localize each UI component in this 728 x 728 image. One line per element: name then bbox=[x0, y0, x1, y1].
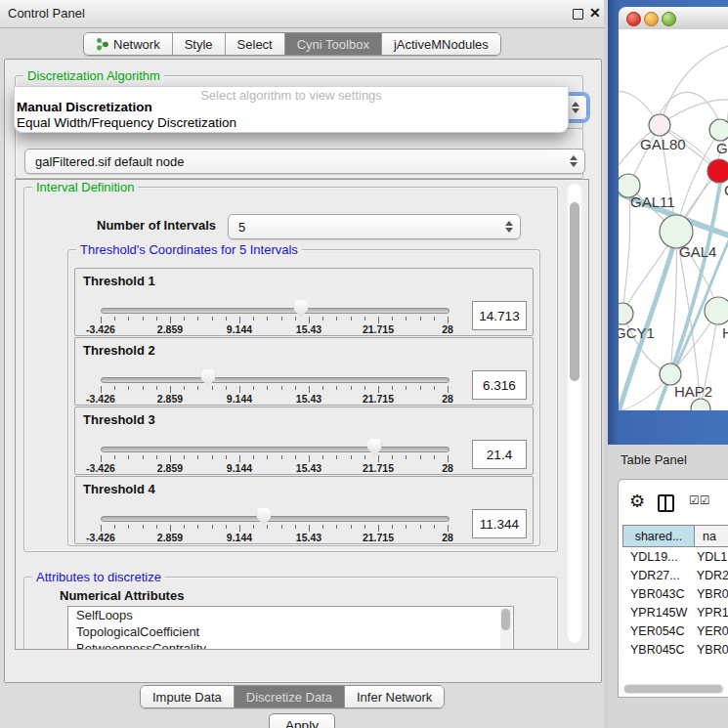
attribute-list-item[interactable]: TopologicalCoefficient bbox=[68, 623, 513, 640]
node-label: GAL4 bbox=[679, 243, 716, 260]
node-label: GAL80 bbox=[640, 136, 686, 152]
table-panel-title: Table Panel bbox=[621, 452, 687, 467]
network-node-node-right[interactable] bbox=[705, 297, 728, 324]
cell-shared-name[interactable]: YPR145W bbox=[622, 606, 694, 620]
combo-stepper-icon bbox=[572, 102, 579, 113]
window-title: Control Panel bbox=[8, 6, 85, 21]
table-row[interactable]: YBL079WYBL0 bbox=[622, 659, 728, 662]
tab-jactivemnodules[interactable]: jActiveMNodules bbox=[382, 33, 500, 55]
column-split-icon[interactable] bbox=[658, 494, 674, 512]
table-row[interactable]: YBR043CYBR0 bbox=[622, 584, 728, 603]
slider-track[interactable] bbox=[101, 516, 450, 522]
numerical-attributes-list[interactable]: SelfLoopsTopologicalCoefficientBetweenne… bbox=[67, 606, 514, 650]
tab-style[interactable]: Style bbox=[173, 33, 226, 55]
scrollbar-thumb[interactable] bbox=[570, 202, 579, 381]
network-window-titlebar[interactable] bbox=[619, 7, 728, 30]
num-intervals-combobox[interactable]: 5 bbox=[228, 214, 521, 239]
minimize-traffic-light-icon[interactable] bbox=[644, 12, 659, 26]
attribute-list-item[interactable]: SelfLoops bbox=[68, 607, 513, 623]
num-intervals-label: Number of Intervals bbox=[97, 218, 216, 233]
attributes-group: Attributes to discretize Numerical Attri… bbox=[23, 577, 558, 650]
group-label: Threshold's Coordinates for 5 Intervals bbox=[76, 242, 302, 257]
slider-track[interactable] bbox=[101, 377, 450, 383]
cyni-toolbox-panel: Discretization Algorithm Table Data galF… bbox=[4, 59, 602, 683]
column-header-name[interactable]: na bbox=[695, 526, 728, 546]
dropdown-item-manual-discretization[interactable]: Manual Discretization bbox=[17, 100, 152, 114]
cell-name[interactable]: YER0 bbox=[694, 624, 728, 638]
threshold-name: Threshold 4 bbox=[83, 482, 155, 496]
threshold-value-field[interactable]: 6.316 bbox=[472, 370, 527, 400]
threshold-value-field[interactable]: 11.344 bbox=[472, 509, 527, 538]
attribute-list-item[interactable]: BetweennessCentrality bbox=[68, 640, 513, 650]
cell-name[interactable]: YBR0 bbox=[694, 643, 728, 657]
tab-discretize-data[interactable]: Discretize Data bbox=[235, 686, 345, 707]
group-label: Discretization Algorithm bbox=[23, 68, 164, 83]
network-node-node-bottom[interactable] bbox=[691, 399, 710, 410]
threshold-row: Threshold 2-3.4262.8599.14415.4321.71528… bbox=[74, 337, 534, 406]
network-node-node-red[interactable] bbox=[707, 159, 728, 183]
slider-thumb[interactable] bbox=[293, 300, 308, 318]
combo-stepper-icon bbox=[570, 155, 578, 167]
table-row[interactable]: YDR27...YDR2 bbox=[622, 566, 728, 584]
control-panel-titlebar[interactable]: Control Panel ✕ bbox=[0, 0, 604, 28]
network-node-gal80[interactable] bbox=[649, 114, 670, 136]
network-node-node-top-right[interactable] bbox=[709, 119, 728, 141]
cell-name[interactable]: YBL0 bbox=[694, 662, 728, 663]
table-row[interactable]: YPR145WYPR1 bbox=[622, 603, 728, 621]
list-scrollbar[interactable] bbox=[500, 608, 512, 650]
threshold-value-field[interactable]: 14.713 bbox=[472, 301, 527, 330]
network-node-hap2[interactable] bbox=[660, 364, 681, 385]
cell-shared-name[interactable]: YDR27... bbox=[622, 569, 694, 582]
slider-track[interactable] bbox=[101, 308, 450, 314]
node-label: GAL11 bbox=[630, 193, 675, 210]
combo-stepper-icon bbox=[505, 221, 513, 233]
slider-thumb[interactable] bbox=[256, 508, 271, 526]
table-horizontal-scrollbar[interactable] bbox=[623, 684, 724, 694]
network-canvas[interactable]: GAL80G.CGAL11GAL4GCY1HHAP2 bbox=[619, 29, 728, 410]
table-data-value: galFiltered.sif default node bbox=[35, 154, 184, 169]
column-header-shared-name[interactable]: shared... bbox=[622, 526, 695, 546]
tab-network[interactable]: Network bbox=[84, 33, 173, 55]
cell-shared-name[interactable]: YDL19... bbox=[622, 550, 694, 564]
thresholds-group: Threshold's Coordinates for 5 Intervals … bbox=[67, 249, 540, 546]
table-row[interactable]: YER054CYER0 bbox=[622, 621, 728, 640]
interval-definition-group: Interval Definition Number of Intervals … bbox=[23, 187, 558, 552]
cell-shared-name[interactable]: YER054C bbox=[622, 624, 694, 638]
tab-select[interactable]: Select bbox=[226, 33, 285, 55]
network-canvas-svg: GAL80G.CGAL11GAL4GCY1HHAP2 bbox=[619, 29, 728, 410]
close-traffic-light-icon[interactable] bbox=[626, 12, 641, 26]
float-window-icon[interactable] bbox=[573, 9, 583, 20]
settings-scrollbar[interactable] bbox=[567, 183, 582, 644]
select-columns-checkboxes-icon[interactable]: ☑☑ bbox=[689, 493, 710, 507]
slider-track[interactable] bbox=[101, 447, 450, 452]
zoom-traffic-light-icon[interactable] bbox=[662, 12, 676, 26]
numerical-attributes-label: Numerical Attributes bbox=[60, 588, 184, 603]
cell-shared-name[interactable]: YBL079W bbox=[622, 662, 694, 663]
threshold-row: Threshold 3-3.4262.8599.14415.4321.71528… bbox=[74, 407, 534, 475]
dropdown-item-equal-width[interactable]: Equal Width/Frequency Discretization bbox=[17, 115, 236, 130]
cell-shared-name[interactable]: YBR043C bbox=[622, 587, 694, 601]
table-row[interactable]: YBR045CYBR0 bbox=[622, 640, 728, 659]
network-node-gcy1[interactable] bbox=[619, 303, 633, 324]
slider-thumb[interactable] bbox=[201, 369, 216, 387]
settings-gear-icon[interactable]: ⚙ bbox=[629, 492, 645, 510]
cell-name[interactable]: YBR0 bbox=[694, 587, 728, 601]
tab-infer-network[interactable]: Infer Network bbox=[345, 686, 444, 707]
apply-button[interactable]: Apply bbox=[269, 713, 335, 728]
cell-shared-name[interactable]: YBR045C bbox=[622, 643, 694, 657]
slider-thumb[interactable] bbox=[367, 439, 382, 456]
close-icon[interactable]: ✕ bbox=[589, 5, 601, 21]
threshold-value-field[interactable]: 21.4 bbox=[472, 440, 527, 469]
table-row[interactable]: YDL19...YDL1 bbox=[622, 547, 728, 566]
threshold-name: Threshold 3 bbox=[83, 412, 155, 427]
table-panel: Table Panel ⚙ ☑☑ shared... na YDL19...YD… bbox=[608, 445, 728, 728]
tab-impute-data[interactable]: Impute Data bbox=[141, 686, 235, 707]
control-panel-window: Control Panel ✕ Network Style Select Cyn… bbox=[0, 0, 604, 728]
cell-name[interactable]: YPR1 bbox=[694, 606, 728, 620]
cell-name[interactable]: YDL1 bbox=[694, 550, 728, 564]
cell-name[interactable]: YDR2 bbox=[694, 569, 728, 582]
table-data-combobox[interactable]: galFiltered.sif default node bbox=[24, 149, 585, 174]
node-label: GCY1 bbox=[619, 324, 655, 341]
tab-cyni-toolbox[interactable]: Cyni Toolbox bbox=[285, 33, 382, 55]
scrollbar-thumb[interactable] bbox=[624, 685, 722, 693]
